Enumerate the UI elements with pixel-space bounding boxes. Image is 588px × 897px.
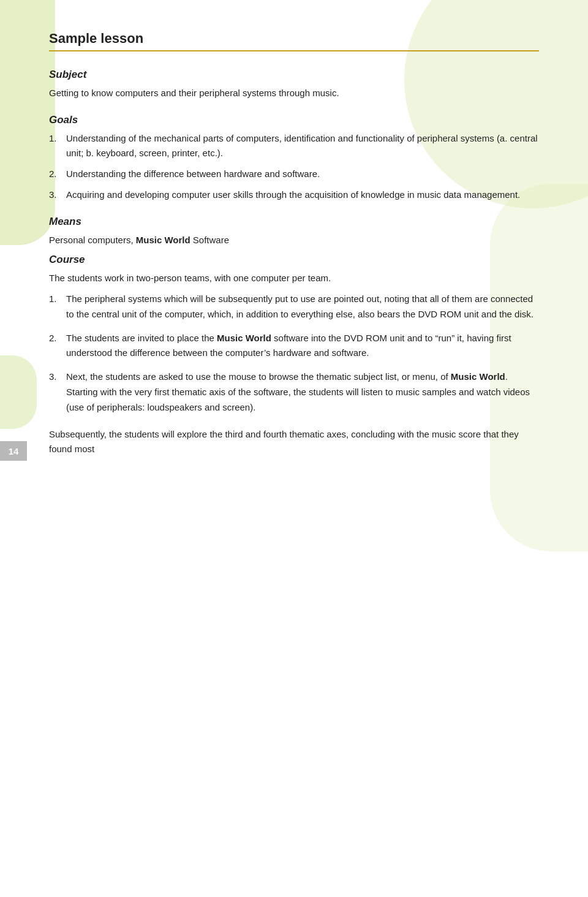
course-item-3-before: Next, the students are asked to use the … <box>66 371 451 382</box>
course-section: Course The students work in two-person t… <box>49 254 539 415</box>
list-item: 1. Understanding of the mechanical parts… <box>49 131 539 161</box>
course-item-3-num: 3. <box>49 369 66 385</box>
course-item-2-num: 2. <box>49 331 66 346</box>
course-list: 1. The peripheral systems which will be … <box>49 292 539 415</box>
list-item: 3. Next, the students are asked to use t… <box>49 369 539 415</box>
subject-label: Subject <box>49 69 539 81</box>
goals-item-1-text: Understanding of the mechanical parts of… <box>66 131 539 161</box>
course-item-3-text: Next, the students are asked to use the … <box>66 369 539 415</box>
means-label: Means <box>49 216 539 228</box>
goals-item-3-num: 3. <box>49 187 66 202</box>
subsequently-section: Subsequently, the students will explore … <box>49 427 539 456</box>
course-item-3-bold: Music World <box>451 371 505 382</box>
list-item: 3. Acquiring and developing computer use… <box>49 187 539 202</box>
page-number: 14 <box>9 446 19 456</box>
goals-list: 1. Understanding of the mechanical parts… <box>49 131 539 202</box>
goals-item-2-text: Understanding the difference between har… <box>66 167 539 181</box>
goals-item-3-text: Acquiring and developing computer user s… <box>66 187 539 202</box>
page-number-badge: 14 <box>0 441 27 461</box>
subsequently-text: Subsequently, the students will explore … <box>49 427 539 456</box>
goals-label: Goals <box>49 114 539 126</box>
course-item-2-text: The students are invited to place the Mu… <box>66 331 539 361</box>
page-title: Sample lesson <box>49 25 539 47</box>
means-section: Means Personal computers, Music World So… <box>49 216 539 248</box>
list-item: 2. The students are invited to place the… <box>49 331 539 361</box>
means-bold: Music World <box>136 235 190 245</box>
goals-item-1-num: 1. <box>49 131 66 146</box>
means-text-before: Personal computers, <box>49 235 136 245</box>
course-item-1-num: 1. <box>49 292 66 307</box>
means-text-after: Software <box>190 235 229 245</box>
goals-item-2-num: 2. <box>49 167 66 181</box>
list-item: 2. Understanding the difference between … <box>49 167 539 181</box>
page-content: Sample lesson Subject Getting to know co… <box>0 0 588 497</box>
course-item-2-bold: Music World <box>217 333 271 343</box>
course-intro: The students work in two-person teams, w… <box>49 271 539 286</box>
means-text: Personal computers, Music World Software <box>49 233 539 248</box>
goals-section: Goals 1. Understanding of the mechanical… <box>49 114 539 202</box>
list-item: 1. The peripheral systems which will be … <box>49 292 539 322</box>
course-item-2-before: The students are invited to place the <box>66 333 217 343</box>
subject-text: Getting to know computers and their peri… <box>49 86 539 100</box>
gold-divider <box>49 50 539 51</box>
course-item-1-text: The peripheral systems which will be sub… <box>66 292 539 322</box>
course-label: Course <box>49 254 539 266</box>
